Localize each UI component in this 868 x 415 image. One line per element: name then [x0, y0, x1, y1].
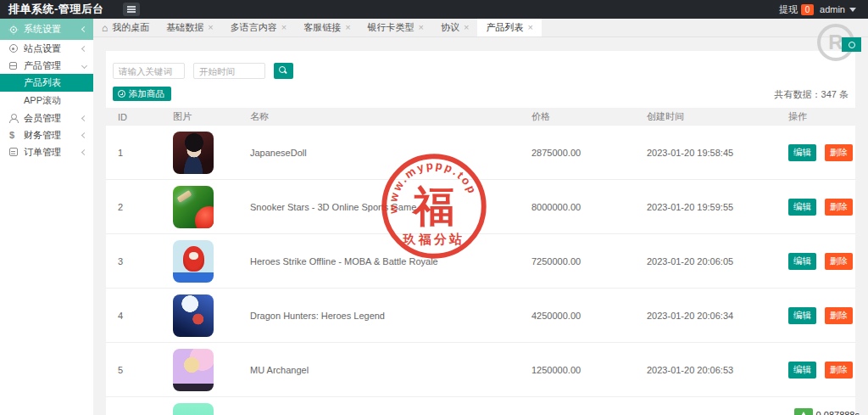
- cell-created: 2023-01-20 19:58:45: [635, 148, 782, 158]
- sidebar: 系统设置 站点设置 产品管理 产品列表 APP滚动 会员管理 财务管理: [0, 19, 93, 415]
- menu-toggle-button[interactable]: [123, 3, 140, 16]
- cell-name: JapaneseDoll: [238, 148, 520, 158]
- keyword-input[interactable]: [113, 63, 185, 79]
- cell-name: Snooker Stars - 3D Online Sports Game: [238, 202, 520, 212]
- trace-time-text: 0.087888s: [816, 410, 860, 415]
- product-image: [173, 132, 214, 174]
- table-row-partial: [106, 397, 855, 415]
- tab-basic-data[interactable]: 基础数据: [158, 19, 221, 36]
- tab-my-desktop[interactable]: 我的桌面: [93, 19, 158, 36]
- admin-app: 排单系统-管理后台 提现 0 admin 系统设置 站点设置 产品管理: [0, 0, 868, 415]
- chevron-left-icon: [81, 149, 87, 154]
- main-content: R 添加商品 共有数据：347 条 ID 图片 名称 价格: [93, 37, 868, 415]
- tab-label: 客服链接: [303, 21, 341, 34]
- product-image: [173, 186, 214, 228]
- edit-button[interactable]: 编辑: [788, 199, 816, 216]
- edit-button[interactable]: 编辑: [788, 144, 816, 161]
- chevron-left-icon: [81, 132, 87, 137]
- close-icon[interactable]: [419, 23, 424, 32]
- withdraw-count-badge: 0: [801, 4, 814, 15]
- cell-id: 3: [106, 256, 161, 266]
- cell-price: 1250000.00: [520, 365, 635, 375]
- chevron-down-icon: [81, 62, 87, 68]
- product-table: ID 图片 名称 价格 创建时间 操作 1 JapaneseDoll 28750…: [106, 108, 855, 415]
- tab-agreement[interactable]: 协议: [432, 19, 477, 36]
- cell-id: 5: [106, 365, 161, 375]
- cell-price: 8000000.00: [520, 202, 635, 212]
- table-row: 5 MU Archangel 1250000.00 2023-01-20 20:…: [106, 343, 855, 397]
- sidebar-item-finance-management[interactable]: 财务管理: [0, 126, 93, 143]
- product-image: [173, 403, 214, 415]
- sidebar-item-order-management[interactable]: 订单管理: [0, 143, 93, 160]
- panel-control-button[interactable]: [842, 37, 861, 52]
- username: admin: [820, 4, 845, 14]
- chevron-left-icon: [81, 115, 87, 121]
- tab-product-list[interactable]: 产品列表: [477, 19, 541, 36]
- col-header-name: 名称: [238, 110, 520, 123]
- tab-label: 协议: [441, 21, 459, 34]
- cell-created: 2023-01-20 20:06:53: [635, 365, 782, 375]
- product-image: [173, 240, 214, 283]
- thinkphp-logo-icon: [794, 408, 813, 415]
- sidebar-subitem-label: APP滚动: [24, 94, 61, 107]
- sidebar-item-product-management[interactable]: 产品管理: [0, 57, 93, 74]
- cell-created: 2023-01-20 19:59:55: [635, 202, 782, 212]
- cell-name: MU Archangel: [238, 365, 520, 375]
- user-menu[interactable]: admin: [820, 4, 856, 14]
- sidebar-item-label: 会员管理: [24, 112, 82, 125]
- edit-button[interactable]: 编辑: [788, 362, 816, 379]
- withdraw-link[interactable]: 提现 0: [779, 3, 814, 16]
- sidebar-item-label: 财务管理: [24, 129, 82, 142]
- tab-label: 产品列表: [486, 21, 523, 34]
- search-icon: [279, 66, 286, 73]
- sidebar-subitem-label: 产品列表: [24, 76, 61, 89]
- edit-button[interactable]: 编辑: [788, 307, 816, 324]
- tab-label: 基础数据: [166, 21, 203, 34]
- col-header-created: 创建时间: [635, 110, 782, 123]
- delete-button[interactable]: 删除: [825, 362, 853, 379]
- tab-label: 我的桌面: [112, 21, 149, 34]
- sidebar-item-label: 产品管理: [24, 59, 82, 72]
- col-header-actions: 操作: [782, 110, 855, 123]
- tab-service-link[interactable]: 客服链接: [295, 19, 359, 36]
- cell-price: 2875000.00: [520, 148, 635, 158]
- product-image: [173, 349, 214, 391]
- plus-circle-icon: [118, 90, 125, 98]
- close-icon[interactable]: [345, 23, 350, 32]
- finance-icon: [8, 131, 18, 140]
- close-icon[interactable]: [281, 23, 287, 32]
- trace-badge[interactable]: 0.087888s: [794, 408, 860, 415]
- delete-button[interactable]: 删除: [825, 144, 853, 161]
- delete-button[interactable]: 删除: [825, 199, 853, 216]
- search-button[interactable]: [274, 63, 293, 79]
- cell-name: Heroes Strike Offline - MOBA & Battle Ro…: [238, 256, 520, 266]
- table-row: 4 Dragon Hunters: Heroes Legend 4250000.…: [106, 289, 855, 343]
- cell-id: 2: [106, 202, 161, 212]
- sidebar-item-system-settings[interactable]: 系统设置: [0, 19, 93, 40]
- sidebar-subitem-product-list[interactable]: 产品列表: [0, 74, 93, 92]
- close-icon[interactable]: [208, 23, 213, 32]
- home-icon: [102, 22, 108, 34]
- cell-id: 1: [106, 148, 161, 158]
- cell-price: 4250000.00: [520, 311, 635, 321]
- sidebar-subitem-app-scroll[interactable]: APP滚动: [0, 92, 93, 109]
- delete-button[interactable]: 删除: [825, 307, 853, 324]
- close-icon[interactable]: [464, 23, 469, 32]
- tab-multilanguage[interactable]: 多语言内容: [222, 19, 295, 36]
- site-icon: [8, 44, 18, 53]
- start-time-input[interactable]: [193, 63, 265, 79]
- sidebar-item-site-settings[interactable]: 站点设置: [0, 40, 93, 57]
- edit-button[interactable]: 编辑: [788, 253, 816, 270]
- delete-button[interactable]: 删除: [825, 253, 853, 270]
- tab-bankcard-type[interactable]: 银行卡类型: [359, 19, 432, 36]
- sidebar-item-member-management[interactable]: 会员管理: [0, 109, 93, 126]
- sidebar-item-label: 系统设置: [24, 23, 82, 36]
- cell-created: 2023-01-20 20:06:34: [635, 311, 782, 321]
- cell-price: 7250000.00: [520, 256, 635, 266]
- product-list-panel: 添加商品 共有数据：347 条 ID 图片 名称 价格 创建时间 操作 1 Ja…: [106, 51, 855, 415]
- gear-icon: [8, 25, 18, 34]
- close-icon[interactable]: [527, 23, 532, 32]
- cell-created: 2023-01-20 20:06:05: [635, 256, 782, 266]
- add-product-button[interactable]: 添加商品: [113, 87, 171, 101]
- chevron-left-icon: [81, 26, 87, 32]
